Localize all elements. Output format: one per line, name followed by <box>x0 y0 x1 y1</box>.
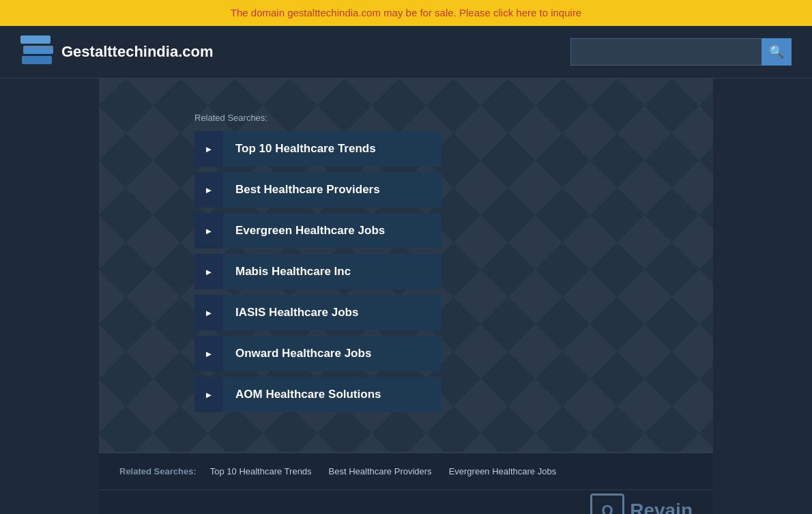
search-item-label: AOM Healthcare Solutions <box>223 377 441 412</box>
revain-area: Q Revain <box>99 489 713 514</box>
logo-icon <box>20 35 53 68</box>
related-searches-container: Related Searches: ► Top 10 Healthcare Tr… <box>99 99 713 431</box>
logo-container: Gestalttechindia.com <box>20 35 214 68</box>
revain-icon: Q <box>590 494 624 515</box>
search-item-label: Best Healthcare Providers <box>223 172 441 208</box>
arrow-icon: ► <box>194 295 223 330</box>
list-item[interactable]: ► Onward Healthcare Jobs <box>194 336 618 371</box>
logo-layer-mid <box>23 46 53 54</box>
list-item[interactable]: ► Mabis Healthcare Inc <box>194 254 618 289</box>
top-banner[interactable]: The domain gestalttechindia.com may be f… <box>0 0 812 26</box>
footer-related-label: Related Searches: <box>119 466 197 476</box>
search-item-label: Evergreen Healthcare Jobs <box>223 213 441 248</box>
main-content: Related Searches: ► Top 10 Healthcare Tr… <box>99 78 713 452</box>
site-title: Gestalttechindia.com <box>61 43 214 61</box>
search-button[interactable]: 🔍 <box>762 38 792 66</box>
arrow-icon: ► <box>194 213 223 248</box>
arrow-icon: ► <box>194 336 223 371</box>
revain-text: Revain <box>630 500 693 515</box>
revain-q-icon: Q <box>602 502 613 515</box>
logo-layers <box>20 35 53 64</box>
search-icon: 🔍 <box>769 44 784 59</box>
related-searches-label: Related Searches: <box>194 113 618 123</box>
search-item-label: Onward Healthcare Jobs <box>223 336 441 371</box>
arrow-icon: ► <box>194 131 223 167</box>
list-item[interactable]: ► Best Healthcare Providers <box>194 172 618 208</box>
footer-link-2[interactable]: Best Healthcare Providers <box>329 466 432 476</box>
search-item-label: Mabis Healthcare Inc <box>223 254 441 289</box>
list-item[interactable]: ► AOM Healthcare Solutions <box>194 377 618 412</box>
list-item[interactable]: ► Top 10 Healthcare Trends <box>194 131 618 167</box>
logo-layer-bot <box>22 56 52 64</box>
revain-logo: Q Revain <box>590 494 693 515</box>
list-item[interactable]: ► Evergreen Healthcare Jobs <box>194 213 618 248</box>
footer: Related Searches: Top 10 Healthcare Tren… <box>99 452 713 489</box>
arrow-icon: ► <box>194 172 223 208</box>
logo-layer-top <box>20 35 50 44</box>
search-area: 🔍 <box>570 38 792 66</box>
header: Gestalttechindia.com 🔍 <box>0 26 812 78</box>
search-input[interactable] <box>570 38 762 66</box>
banner-link[interactable]: The domain gestalttechindia.com may be f… <box>231 7 581 18</box>
search-item-label: Top 10 Healthcare Trends <box>223 131 441 167</box>
footer-link-3[interactable]: Evergreen Healthcare Jobs <box>449 466 557 476</box>
arrow-icon: ► <box>194 377 223 412</box>
footer-link-1[interactable]: Top 10 Healthcare Trends <box>210 466 312 476</box>
search-item-label: IASIS Healthcare Jobs <box>223 295 441 330</box>
arrow-icon: ► <box>194 254 223 289</box>
list-item[interactable]: ► IASIS Healthcare Jobs <box>194 295 618 330</box>
